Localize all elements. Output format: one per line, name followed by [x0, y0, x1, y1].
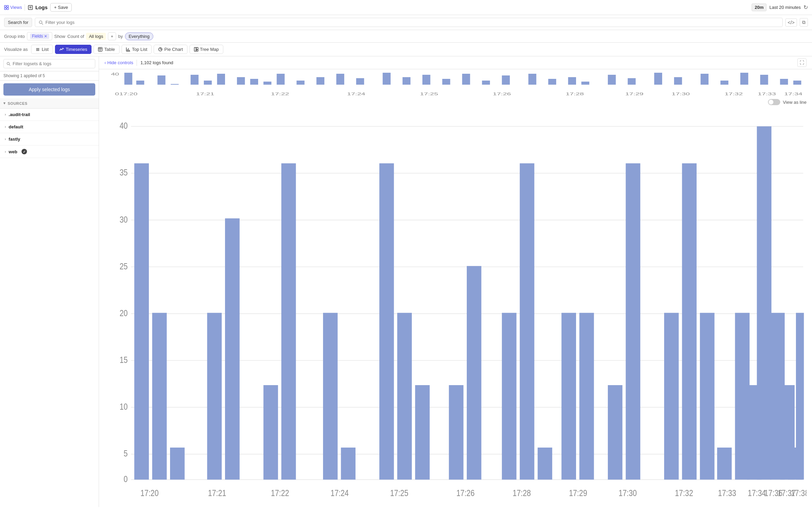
treemap-icon: [194, 47, 198, 52]
svg-text:17:30: 17:30: [619, 488, 637, 498]
fields-tag-label: Fields: [32, 34, 43, 39]
mini-chart: 40 0: [99, 69, 812, 97]
svg-rect-55: [582, 82, 589, 85]
visualize-bar: Visualize as List Timeseries Table Top L…: [0, 43, 812, 56]
show-label: Show: [54, 34, 66, 39]
svg-text:17:30: 17:30: [672, 92, 690, 96]
views-icon: [4, 5, 9, 10]
fields-remove-icon[interactable]: ✕: [44, 34, 47, 39]
svg-text:5: 5: [124, 448, 128, 458]
viz-toplist-button[interactable]: Top List: [122, 45, 152, 54]
svg-rect-50: [482, 81, 490, 85]
view-as-line-label: View as line: [783, 100, 807, 105]
views-label: Views: [10, 5, 22, 10]
source-item-fastly[interactable]: › fastly: [0, 133, 99, 145]
svg-rect-41: [296, 81, 304, 85]
source-item-default[interactable]: › default: [0, 121, 99, 133]
svg-rect-58: [654, 73, 662, 85]
svg-text:20: 20: [120, 308, 128, 318]
svg-text:17:22: 17:22: [271, 488, 289, 498]
sidebar: Showing 1 applied of 5 Apply selected lo…: [0, 56, 99, 507]
viz-piechart-button[interactable]: Pie Chart: [154, 45, 187, 54]
web-check-icon: ✓: [22, 149, 27, 154]
svg-rect-3: [7, 8, 9, 10]
apply-selected-logs-button[interactable]: Apply selected logs: [3, 83, 95, 96]
time-selector[interactable]: 20m Last 20 minutes: [752, 3, 801, 11]
svg-rect-46: [403, 77, 410, 85]
svg-rect-32: [157, 75, 165, 85]
views-nav[interactable]: Views: [4, 5, 22, 10]
svg-rect-62: [740, 73, 748, 85]
logsets-filter-input[interactable]: [13, 61, 92, 66]
svg-text:17:28: 17:28: [513, 488, 531, 498]
viz-timeseries-button[interactable]: Timeseries: [55, 45, 92, 54]
time-badge: 20m: [752, 3, 767, 11]
main-layout: Showing 1 applied of 5 Apply selected lo…: [0, 56, 812, 507]
svg-rect-2: [4, 8, 6, 10]
svg-point-7: [39, 21, 42, 24]
svg-text:15: 15: [120, 355, 128, 365]
everything-chip[interactable]: Everything: [125, 32, 153, 40]
hide-controls-label: Hide controls: [107, 60, 133, 65]
svg-rect-112: [538, 448, 552, 480]
plus-button[interactable]: +: [108, 32, 116, 40]
svg-rect-106: [397, 313, 412, 479]
svg-text:17:29: 17:29: [569, 488, 587, 498]
svg-text:35: 35: [120, 167, 128, 178]
showing-text: Showing 1 applied of 5: [0, 71, 99, 81]
all-logs-chip[interactable]: All logs: [86, 33, 106, 40]
svg-text:17:25: 17:25: [390, 488, 408, 498]
code-icon[interactable]: </>: [785, 18, 797, 27]
chart-toolbar: ‹ Hide controls 1,102 logs found ⛶: [99, 56, 812, 69]
toolbar-divider: [137, 60, 137, 66]
svg-text:40: 40: [111, 72, 119, 76]
svg-text:17:22: 17:22: [271, 92, 289, 96]
save-button[interactable]: + Save: [50, 3, 72, 12]
svg-rect-110: [502, 313, 517, 479]
svg-rect-118: [682, 163, 697, 479]
viz-table-button[interactable]: Table: [94, 45, 119, 54]
source-item-web[interactable]: › web ✓: [0, 145, 99, 158]
svg-rect-123: [757, 126, 772, 480]
filter-search-icon: [6, 62, 11, 66]
fastly-chevron-icon: ›: [5, 137, 6, 141]
hide-controls-button[interactable]: ‹ Hide controls: [104, 60, 133, 65]
refresh-icon[interactable]: ↻: [803, 4, 808, 11]
svg-rect-116: [626, 163, 640, 479]
fastly-label: fastly: [9, 137, 20, 142]
svg-text:0: 0: [124, 474, 128, 484]
svg-rect-53: [548, 79, 556, 85]
svg-line-8: [42, 23, 43, 25]
copy-icon[interactable]: ⧉: [800, 18, 808, 27]
mini-chart-svg: 40 0: [104, 72, 807, 96]
sources-chevron-icon: ▾: [3, 101, 6, 105]
web-label: web: [9, 149, 17, 154]
logs-nav: Logs: [28, 4, 47, 10]
viz-treemap-button[interactable]: Tree Map: [190, 45, 223, 54]
fields-chip[interactable]: Fields ✕: [27, 32, 52, 40]
svg-rect-107: [415, 385, 430, 480]
expand-icon[interactable]: ⛶: [797, 58, 807, 67]
search-input[interactable]: [45, 20, 779, 25]
svg-rect-98: [170, 448, 185, 480]
logs-icon: [28, 5, 33, 10]
svg-rect-96: [134, 163, 149, 479]
svg-rect-39: [264, 82, 271, 85]
svg-text:17:26: 17:26: [456, 488, 474, 498]
piechart-icon: [158, 47, 163, 52]
viz-list-button[interactable]: List: [31, 45, 53, 54]
svg-rect-117: [664, 313, 679, 479]
sources-header[interactable]: ▾ SOURCES: [0, 98, 99, 109]
chart-area: ‹ Hide controls 1,102 logs found ⛶ 40 0: [99, 56, 812, 507]
web-chevron-icon: ›: [5, 150, 6, 154]
logs-label: Logs: [35, 4, 47, 10]
source-item-audit-trail[interactable]: › .audit-trail: [0, 109, 99, 121]
svg-rect-109: [467, 266, 481, 480]
sources-header-label: SOURCES: [8, 101, 28, 105]
svg-rect-108: [449, 385, 464, 480]
svg-rect-105: [379, 163, 394, 479]
svg-rect-40: [277, 74, 284, 85]
view-as-line-toggle[interactable]: [768, 99, 780, 105]
svg-line-27: [9, 65, 10, 66]
svg-text:17:21: 17:21: [196, 92, 214, 96]
